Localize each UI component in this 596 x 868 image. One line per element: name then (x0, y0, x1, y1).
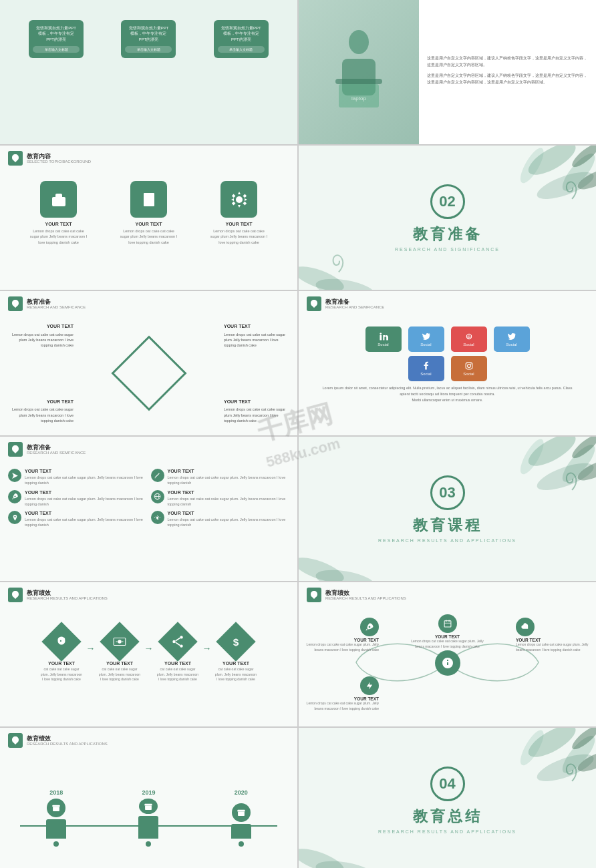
svg-rect-8 (146, 196, 148, 198)
radial-top-desc: Lemon drops cat cake oat cake sugar plum… (411, 639, 484, 649)
person-illustration: laptop (325, 25, 392, 119)
center-icon (441, 656, 454, 670)
slide-5-item-br: YOUR TEXT Lemon drops oat cake oat cake … (224, 399, 291, 423)
svg-line-48 (176, 642, 180, 645)
slide-9-icon (8, 588, 23, 602)
slide-8-content: 03 教育课程 RESEARCH RESULTS AND APPLICATION… (299, 437, 596, 581)
slide-3-icons: YOUR TEXT Lemon drops oat cake oat cake … (0, 174, 297, 252)
svg-text:laptop: laptop (351, 95, 366, 101)
list-item-3-label: YOUR TEXT (25, 490, 147, 495)
svg-rect-50 (444, 621, 451, 627)
twitter-icon-1 (422, 332, 431, 341)
slide-3-item-1: YOUR TEXT Lemon drops oat cake oat cake … (29, 181, 89, 245)
list-item-4: YOUR TEXT Lemon drops oat cake oat cake … (151, 490, 290, 507)
slide-4-content: 02 教育准备 RESEARCH AND SIGNIFICANCE (299, 146, 596, 290)
slide-3-header: 教育内容 SELECTED TOPIC/BACKGROUND (0, 146, 297, 171)
slide-8: 03 教育课程 RESEARCH RESULTS AND APPLICATION… (299, 437, 596, 581)
cloud-icon (516, 618, 535, 636)
ppt-card-3-btn[interactable]: 单击输入文标题 (218, 46, 265, 53)
slide-11: 教育绩效 RESEARCH RESULTS AND APPLICATIONS 2… (0, 728, 297, 868)
radial-right-top-label: YOUR TEXT (516, 638, 589, 642)
list-item-1-desc: Lemon drops oat cake oat cake sugar plum… (25, 475, 147, 486)
instagram-btn[interactable]: Social (451, 356, 487, 381)
slide-9-title: 教育绩效 (27, 590, 108, 597)
facebook-btn[interactable]: Social (408, 356, 444, 381)
year-2018-label: 2018 (46, 789, 66, 796)
slide-3-item-2-desc: Lemon drops oat cake oat cake sugar plum… (119, 228, 179, 245)
list-item-5-desc: Lemon drops oat cake oat cake sugar plum… (25, 517, 147, 528)
slide-5-icon (8, 296, 23, 311)
arrow-node-2-label: YOUR TEXT (98, 661, 142, 666)
list-item-1: YOUR TEXT Lemon drops oat cake oat cake … (8, 469, 147, 486)
slide-5-header: 教育准备 RESEARCH AND SEMFICANCE (0, 291, 297, 316)
ppt-card-1-btn[interactable]: 单击输入文标题 (33, 46, 80, 53)
twitter-btn-1[interactable]: Social (408, 327, 444, 352)
pin-icon (8, 511, 21, 524)
svg-marker-54 (367, 682, 372, 689)
svg-rect-12 (147, 204, 151, 206)
slide-6-header: 教育准备 RESEARCH AND SEMFICANCE (299, 291, 596, 316)
archive-icon-2 (144, 802, 153, 811)
ppt-cards: 觉悟和观自然力量PPT模板，中午专注有定PPT的漂亮 单击输入文标题 觉悟和观自… (0, 7, 297, 65)
svg-text:$: $ (233, 636, 239, 648)
slide-11-header: 教育绩效 RESEARCH RESULTS AND APPLICATIONS (0, 728, 297, 753)
money-icon (112, 634, 127, 649)
dollar-icon: $ (229, 634, 243, 649)
year-2019-icon (139, 799, 158, 814)
globe-icon (151, 490, 164, 503)
svg-point-27 (467, 365, 470, 368)
pencil-icon (151, 469, 164, 482)
arrow-node-2: YOUR TEXT cat cake oat cake sugar plum. … (98, 628, 142, 682)
list-item-5-label: YOUR TEXT (25, 511, 147, 515)
google-btn[interactable]: g+ Social (451, 327, 487, 352)
year-2018-icon (47, 799, 65, 817)
radial-top: YOUR TEXT Lemon drops cat cake oat cake … (411, 614, 484, 649)
lightning-icon (360, 676, 379, 695)
linkedin-label: Social (378, 343, 388, 347)
slide-6-subtitle: RESEARCH AND SEMFICANCE (325, 305, 384, 309)
diamond-shape (111, 335, 186, 411)
slide-8-title-en: RESEARCH RESULTS AND APPLICATIONS (378, 538, 516, 543)
slide-10-subtitle: RESEARCH RESULTS AND APPLICATIONS (325, 596, 406, 600)
svg-line-47 (176, 638, 180, 641)
rocket-svg (365, 622, 374, 632)
list-item-2-desc: Lemon drops oat cake oat cake sugar plum… (168, 475, 290, 486)
slide-10: 教育绩效 RESEARCH RESULTS AND APPLICATIONS (299, 582, 596, 726)
slide-2-text: 这里是用户自定义文字内容区域，建议人产纳粉色字段文字，这里是用户自定义文字内容，… (419, 0, 596, 144)
list-item-3: YOUR TEXT Lemon drops oat cake oat cake … (8, 490, 147, 507)
gear-icon-6 (151, 511, 164, 524)
year-2020-icon (232, 803, 251, 822)
arrow-node-3-label: YOUR TEXT (156, 661, 200, 666)
slide-12-title-en: RESEARCH RESULTS AND APPLICATIONS (378, 829, 516, 834)
slide-3-item-1-label: YOUR TEXT (29, 222, 89, 226)
arrow-2: → (144, 643, 154, 654)
slide-7-icon (8, 442, 23, 457)
svg-rect-59 (145, 804, 152, 806)
ppt-card-2-btn[interactable]: 单击输入文标题 (125, 46, 172, 53)
slide-1: 觉悟和观自然力量PPT模板，中午专注有定PPT的漂亮 单击输入文标题 觉悟和观自… (0, 0, 297, 144)
svg-rect-56 (53, 805, 60, 807)
ppt-card-2-title: 觉悟和观自然力量PPT模板，中午专注有定PPT的漂亮 (125, 25, 172, 42)
linkedin-btn[interactable]: Social (365, 327, 402, 352)
slide-7: 教育准备 RESEARCH AND SEMFICANCE YOUR TEXT L… (0, 437, 297, 581)
radial-left-top-desc: Lemon drops cat cake oat cake sugar plum… (305, 642, 379, 652)
social-grid: Social Social g+ Social Social (299, 320, 596, 409)
slide-12-number: 04 (430, 767, 465, 801)
ppt-card-2: 觉悟和观自然力量PPT模板，中午专注有定PPT的漂亮 单击输入文标题 (121, 20, 176, 58)
slide-6: 教育准备 RESEARCH AND SEMFICANCE Social Soci… (299, 291, 596, 435)
twitter-btn-2[interactable]: Social (494, 327, 530, 352)
rocket-icon-2 (360, 618, 379, 636)
slide-11-icon (8, 733, 23, 748)
slide-5-title: 教育准备 (27, 298, 86, 306)
year-2020-dot (239, 841, 244, 847)
slide-10-header: 教育绩效 RESEARCH RESULTS AND APPLICATIONS (299, 582, 596, 608)
list-item-5: YOUR TEXT Lemon drops oat cake oat cake … (8, 511, 147, 528)
slide-12-content: 04 教育总结 RESEARCH RESULTS AND APPLICATION… (299, 728, 596, 868)
slide-8-number: 03 (430, 475, 465, 510)
slide-5-item-tl: YOUR TEXT Lemon drops oat cake oat cake … (7, 323, 73, 348)
list-item-2-label: YOUR TEXT (168, 469, 290, 473)
slide-7-list: YOUR TEXT Lemon drops oat cake oat cake … (0, 463, 297, 533)
center-circle (435, 650, 460, 676)
timeline: 2018 2019 (0, 753, 297, 847)
arrow-1: → (86, 643, 96, 654)
